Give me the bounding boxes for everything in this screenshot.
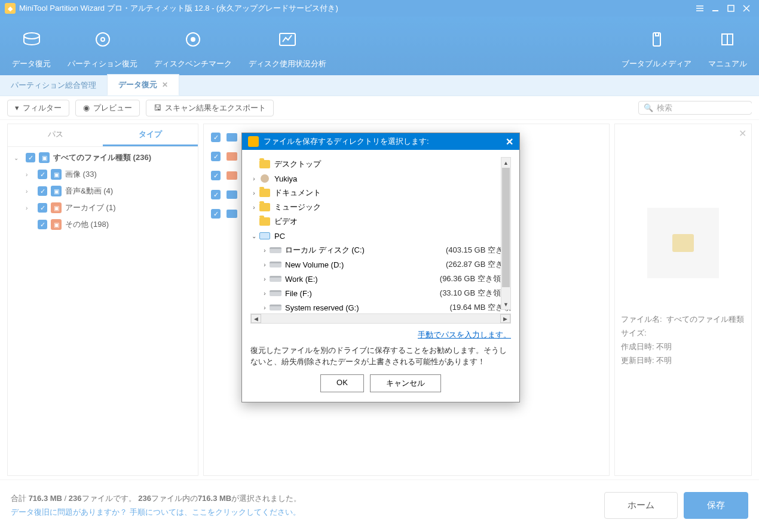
folder-label: ビデオ bbox=[274, 216, 511, 227]
chevron-icon[interactable]: › bbox=[250, 204, 258, 211]
folder-row[interactable]: › ミュージック bbox=[250, 200, 511, 214]
pc-icon bbox=[259, 232, 270, 239]
folder-icon bbox=[259, 217, 270, 226]
drive-icon bbox=[270, 305, 281, 310]
dialog-close-icon[interactable]: ✕ bbox=[506, 136, 513, 147]
save-directory-dialog: ファイルを保存するディレクトリを選択します: ✕ デスクトップ › Yukiya… bbox=[241, 133, 520, 402]
folder-tree[interactable]: デスクトップ › Yukiya › ドキュメント › ミュージック ビデオ ⌄ … bbox=[250, 157, 511, 312]
folder-label: ローカル ディスク (C:) bbox=[285, 245, 446, 256]
folder-label: Yukiya bbox=[274, 174, 511, 183]
chevron-icon[interactable]: › bbox=[250, 190, 258, 196]
folder-row[interactable]: › File (F:) (33.10 GB 空き領域) bbox=[250, 286, 511, 300]
user-icon bbox=[261, 174, 269, 183]
chevron-icon[interactable]: › bbox=[261, 290, 268, 297]
folder-label: New Volume (D:) bbox=[285, 260, 446, 269]
folder-row[interactable]: デスクトップ bbox=[250, 157, 511, 171]
dialog-title: ファイルを保存するディレクトリを選択します: bbox=[264, 136, 429, 147]
folder-icon bbox=[259, 189, 270, 197]
folder-label: ミュージック bbox=[274, 202, 511, 213]
drive-icon bbox=[270, 247, 281, 253]
horizontal-scrollbar[interactable]: ◀▶ bbox=[250, 313, 511, 324]
folder-label: Work (E:) bbox=[285, 275, 440, 284]
drive-icon bbox=[270, 290, 281, 296]
folder-label: PC bbox=[274, 232, 511, 241]
folder-row[interactable]: › New Volume (D:) (262.87 GB 空き領 bbox=[250, 257, 511, 272]
chevron-icon[interactable]: › bbox=[261, 276, 268, 282]
dialog-cancel-button[interactable]: キャンセル bbox=[370, 374, 441, 392]
chevron-icon[interactable]: › bbox=[261, 247, 268, 254]
folder-label: ドキュメント bbox=[274, 187, 511, 198]
folder-row[interactable]: › ドキュメント bbox=[250, 186, 511, 200]
folder-row[interactable]: › Yukiya bbox=[250, 171, 511, 186]
chevron-icon[interactable]: › bbox=[261, 305, 268, 311]
dialog-titlebar: ファイルを保存するディレクトリを選択します: ✕ bbox=[242, 133, 519, 150]
folder-row[interactable]: › Work (E:) (96.36 GB 空き領域) bbox=[250, 272, 511, 286]
chevron-icon[interactable]: ⌄ bbox=[250, 233, 258, 239]
folder-row[interactable]: › ローカル ディスク (C:) (403.15 GB 空き領 bbox=[250, 243, 511, 257]
folder-icon bbox=[259, 160, 270, 168]
vertical-scrollbar[interactable]: ▲▼ bbox=[501, 157, 511, 310]
dialog-logo-icon bbox=[248, 136, 259, 147]
chevron-icon[interactable]: › bbox=[250, 176, 258, 182]
dialog-warning: 復元したファイルを別のドライブに保存することをお勧めします。そうしないと、紛失/… bbox=[250, 345, 511, 368]
folder-label: System reserved (G:) bbox=[285, 303, 449, 312]
folder-row[interactable]: ⌄ PC bbox=[250, 229, 511, 243]
folder-icon bbox=[259, 203, 270, 211]
dialog-ok-button[interactable]: OK bbox=[320, 374, 364, 392]
drive-icon bbox=[270, 262, 281, 267]
folder-label: デスクトップ bbox=[274, 159, 511, 170]
folder-label: File (F:) bbox=[285, 289, 440, 298]
folder-row[interactable]: ビデオ bbox=[250, 214, 511, 229]
chevron-icon[interactable]: › bbox=[261, 262, 268, 268]
manual-path-link[interactable]: 手動でパスを入力します。 bbox=[418, 330, 511, 339]
drive-icon bbox=[270, 276, 281, 282]
folder-row[interactable]: › System reserved (G:) (19.64 MB 空き領 bbox=[250, 300, 511, 312]
